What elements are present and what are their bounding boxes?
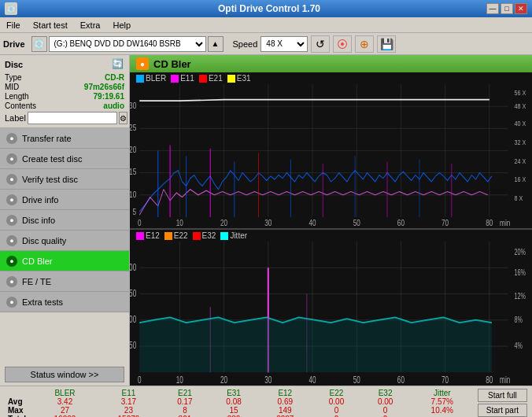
- sidebar-item-disc-info[interactable]: ●Disc info: [0, 210, 129, 231]
- legend-e31: E31: [227, 74, 251, 83]
- speed-select[interactable]: 48 X: [260, 36, 308, 52]
- svg-text:8%: 8%: [515, 314, 523, 324]
- start-part-btn[interactable]: Start part: [478, 404, 527, 417]
- burn-btn[interactable]: ⊕: [355, 35, 374, 53]
- nav-icon-fe-te: ●: [6, 276, 17, 287]
- nav-icon-verify-test-disc: ●: [6, 174, 17, 185]
- svg-text:0: 0: [138, 218, 142, 228]
- disc-length-label: Length: [5, 92, 29, 101]
- svg-text:32 X: 32 X: [515, 138, 526, 146]
- erase-btn[interactable]: ⦿: [333, 35, 352, 53]
- svg-rect-0: [130, 84, 532, 228]
- col-jitter: Jitter: [410, 389, 475, 397]
- disc-mid-value: 97m26s66f: [84, 83, 124, 91]
- svg-text:min: min: [500, 218, 510, 228]
- svg-text:50: 50: [353, 374, 360, 385]
- svg-text:60: 60: [397, 374, 405, 385]
- nav-label-disc-info: Disc info: [22, 216, 55, 225]
- drive-arrow-btn[interactable]: ▲: [208, 36, 224, 52]
- col-e21: E21: [161, 389, 209, 397]
- sidebar-item-transfer-rate[interactable]: ●Transfer rate: [0, 128, 129, 149]
- nav-icon-create-test-disc: ●: [6, 153, 17, 164]
- svg-text:20: 20: [220, 374, 227, 385]
- top-chart-svg: 30 25 20 15 10 5 56 X 48 X 40 X 32 X 24 …: [130, 84, 532, 228]
- legend-e32: E32: [193, 231, 216, 240]
- titlebar-controls: — □ ✕: [486, 3, 527, 14]
- disc-label-btn[interactable]: ⚙: [119, 112, 127, 124]
- drive-selector: 💿 (G:) BENQ DVD DD DW1640 BSRB ▲: [31, 36, 224, 52]
- bottom-legend: E12 E22 E32 Jitter: [130, 230, 532, 242]
- chart-title: CD Bler: [153, 58, 191, 70]
- svg-text:100: 100: [130, 313, 136, 324]
- svg-text:25: 25: [130, 123, 137, 133]
- col-bler: BLER: [33, 389, 97, 397]
- svg-text:30: 30: [130, 101, 137, 111]
- col-e32: E32: [361, 389, 410, 397]
- nav-label-create-test-disc: Create test disc: [22, 154, 82, 164]
- chart-area: ● CD Bler BLER E11 E21: [130, 55, 532, 386]
- legend-e11: E11: [171, 74, 194, 83]
- nav-label-drive-info: Drive info: [22, 195, 58, 205]
- menu-start-test[interactable]: Start test: [30, 19, 71, 31]
- svg-text:5: 5: [133, 207, 137, 217]
- start-full-btn[interactable]: Start full: [478, 389, 527, 402]
- svg-text:20: 20: [220, 218, 228, 228]
- col-e31: E31: [209, 389, 258, 397]
- svg-text:0: 0: [138, 374, 142, 385]
- bottom-chart-svg: 200 150 100 50 20% 16% 12% 8% 4% 0 10 20…: [130, 242, 532, 386]
- close-button[interactable]: ✕: [515, 3, 527, 14]
- svg-text:70: 70: [441, 374, 449, 385]
- sidebar: Disc 🔄 Type CD-R MID 97m26s66f Length 79…: [0, 55, 130, 386]
- refresh-btn[interactable]: ↺: [311, 35, 330, 53]
- drive-icon: 💿: [31, 36, 47, 52]
- svg-text:30: 30: [264, 374, 272, 385]
- nav-icon-extra-tests: ●: [6, 297, 17, 308]
- sidebar-item-extra-tests[interactable]: ●Extra tests: [0, 292, 129, 312]
- nav-icon-transfer-rate: ●: [6, 133, 17, 144]
- stats-row-max: Max 27 23 8 15 149 0 0 10.4%: [5, 406, 475, 415]
- chart-icon: ●: [136, 57, 149, 70]
- menu-file[interactable]: File: [3, 19, 24, 31]
- disc-refresh-btn[interactable]: 🔄: [112, 58, 124, 71]
- svg-text:60: 60: [397, 218, 405, 228]
- stats-area: BLER E11 E21 E31 E12 E22 E32 Jitter Avg …: [0, 386, 532, 417]
- svg-text:200: 200: [130, 261, 136, 272]
- nav-icon-disc-quality: ●: [6, 235, 17, 246]
- sidebar-item-create-test-disc[interactable]: ●Create test disc: [0, 149, 129, 169]
- top-legend: BLER E11 E21 E31: [130, 72, 532, 84]
- svg-text:56 X: 56 X: [515, 88, 526, 97]
- nav-label-extra-tests: Extra tests: [22, 297, 63, 307]
- svg-text:16 X: 16 X: [515, 175, 526, 183]
- nav-label-fe-te: FE / TE: [22, 277, 51, 286]
- nav-label-disc-quality: Disc quality: [22, 236, 66, 245]
- sidebar-item-fe-te[interactable]: ●FE / TE: [0, 271, 129, 292]
- svg-text:4%: 4%: [515, 341, 523, 351]
- drive-select[interactable]: (G:) BENQ DVD DD DW1640 BSRB: [49, 36, 206, 52]
- nav-icon-cd-bler: ●: [6, 256, 17, 267]
- legend-e22: E22: [164, 231, 188, 240]
- drive-label: Drive: [3, 39, 25, 49]
- col-e22: E22: [312, 389, 360, 397]
- svg-text:10: 10: [176, 218, 184, 228]
- maximize-button[interactable]: □: [501, 3, 513, 14]
- menubar: File Start test Extra Help: [0, 17, 532, 33]
- sidebar-item-verify-test-disc[interactable]: ●Verify test disc: [0, 169, 129, 190]
- menu-extra[interactable]: Extra: [77, 19, 104, 31]
- disc-label-input[interactable]: [28, 112, 117, 124]
- save-btn[interactable]: 💾: [377, 35, 396, 53]
- stats-table: BLER E11 E21 E31 E12 E22 E32 Jitter Avg …: [5, 389, 475, 417]
- svg-text:70: 70: [441, 218, 449, 228]
- sidebar-item-cd-bler[interactable]: ●CD Bler: [0, 251, 129, 271]
- disc-mid-label: MID: [5, 83, 19, 91]
- nav-label-cd-bler: CD Bler: [22, 256, 53, 266]
- sidebar-item-drive-info[interactable]: ●Drive info: [0, 190, 129, 210]
- status-window-btn[interactable]: Status window >>: [5, 367, 124, 382]
- minimize-button[interactable]: —: [486, 3, 499, 14]
- main-area: Disc 🔄 Type CD-R MID 97m26s66f Length 79…: [0, 55, 532, 386]
- menu-help[interactable]: Help: [109, 19, 134, 31]
- sidebar-item-disc-quality[interactable]: ●Disc quality: [0, 231, 129, 251]
- svg-text:10: 10: [130, 189, 137, 199]
- legend-bler: BLER: [136, 74, 166, 83]
- svg-text:50: 50: [353, 218, 361, 228]
- stats-row-avg: Avg 3.42 3.17 0.17 0.08 0.69 0.00 0.00 7…: [5, 397, 475, 406]
